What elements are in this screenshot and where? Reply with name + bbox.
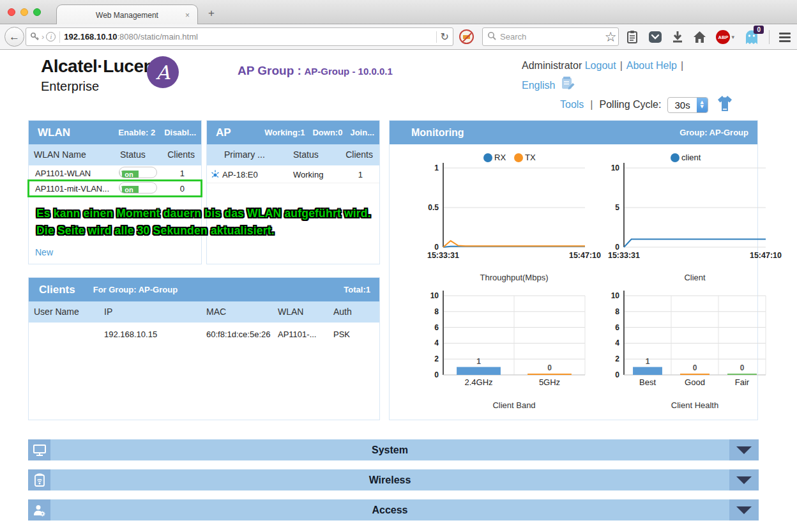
search-input[interactable] bbox=[500, 32, 602, 42]
svg-text:6: 6 bbox=[615, 323, 619, 332]
reload-icon[interactable]: ↻ bbox=[441, 31, 449, 43]
minimize-window-button[interactable] bbox=[20, 8, 28, 16]
url-host: 192.168.10.10 bbox=[64, 32, 117, 42]
new-wlan-link[interactable]: New bbox=[35, 247, 53, 257]
client-health-chart: 02468101Best0Good0FairClient Health bbox=[595, 280, 773, 411]
wlan-row-highlighted[interactable]: AP1101-mit-VLAN... on. 0 bbox=[29, 181, 201, 196]
ap-down-count: Down:0 bbox=[312, 128, 342, 137]
col-wlan-status: Status bbox=[120, 149, 146, 160]
svg-text:8: 8 bbox=[434, 307, 439, 316]
edit-language-icon[interactable] bbox=[560, 75, 575, 96]
col-ip: IP bbox=[104, 307, 112, 317]
monitoring-title: Monitoring bbox=[411, 127, 464, 139]
bookmark-star-icon[interactable]: ☆ bbox=[605, 31, 617, 43]
tab-close-icon[interactable]: × bbox=[185, 11, 190, 20]
section-wireless[interactable]: Wireless bbox=[28, 469, 759, 490]
svg-text:0.5: 0.5 bbox=[428, 203, 439, 212]
svg-text:0: 0 bbox=[434, 370, 439, 379]
ap-join-count: Join... bbox=[350, 128, 374, 137]
svg-text:2: 2 bbox=[434, 354, 439, 363]
tab-title: Web Management bbox=[96, 11, 158, 20]
svg-text:2.4GHz: 2.4GHz bbox=[464, 377, 492, 387]
browser-toolbar: ← › i 192.168.10.10:8080/static/main.htm… bbox=[0, 24, 797, 50]
wlan-panel: WLAN Enable: 2 Disabl... WLAN Name Statu… bbox=[28, 120, 202, 264]
username: Administrator bbox=[522, 60, 582, 71]
col-wlan: WLAN bbox=[278, 307, 303, 317]
client-row[interactable]: 192.168.10.15 60:f8:1d:ce:5e:26 AP1101-.… bbox=[29, 323, 379, 344]
polling-cycle-select[interactable]: 30s bbox=[667, 97, 708, 113]
brand-logo: Alcatel·Lucent Enterprise bbox=[41, 56, 160, 94]
help-link[interactable]: Help bbox=[656, 60, 677, 71]
chevron-down-icon bbox=[736, 446, 752, 454]
wlan-status-toggle[interactable]: on. bbox=[119, 167, 157, 178]
section-access[interactable]: Access bbox=[28, 499, 759, 521]
col-ap-primary: Primary ... bbox=[224, 149, 265, 160]
url-path: :8080/static/main.html bbox=[117, 32, 197, 42]
svg-text:15:47:10: 15:47:10 bbox=[750, 251, 782, 260]
search-icon bbox=[487, 31, 496, 43]
user-links: Administrator Logout|About Help| English bbox=[522, 57, 752, 96]
logout-link[interactable]: Logout bbox=[585, 60, 616, 71]
client-mac: 60:f8:1d:ce:5e:26 bbox=[206, 330, 270, 339]
svg-text:2: 2 bbox=[615, 354, 619, 363]
annotation-text: Es kann einen Moment dauern bis das WLAN… bbox=[36, 205, 371, 239]
svg-text:0: 0 bbox=[434, 243, 439, 252]
svg-text:15:33:31: 15:33:31 bbox=[427, 251, 459, 260]
wireless-icon bbox=[28, 469, 50, 490]
site-info-icon[interactable]: i bbox=[46, 32, 56, 42]
window-controls bbox=[8, 8, 41, 16]
col-ap-clients: Clients bbox=[345, 149, 373, 160]
back-button[interactable]: ← bbox=[4, 27, 24, 47]
page-title-label: AP Group : bbox=[238, 64, 301, 77]
section-wireless-expander[interactable] bbox=[729, 469, 759, 490]
pocket-icon[interactable] bbox=[648, 30, 662, 44]
new-tab-button[interactable]: + bbox=[208, 7, 215, 20]
plugin-blocked-icon[interactable] bbox=[459, 29, 474, 44]
ap-row[interactable]: AP-18:E0 Working 1 bbox=[207, 165, 379, 183]
wlan-status-toggle[interactable]: on. bbox=[119, 182, 157, 194]
ghostery-button[interactable]: 0 bbox=[744, 29, 759, 45]
annotation-line1: Es kann einen Moment dauern bis das WLAN… bbox=[36, 205, 371, 222]
monitoring-panel: Monitoring Group: AP-Group 00.51RXTX15:3… bbox=[389, 120, 758, 420]
wlan-row[interactable]: AP1101-WLAN on. 1 bbox=[29, 165, 201, 181]
adblock-plus-button[interactable]: ABP ▾ bbox=[716, 30, 734, 44]
wlan-clients-count: 1 bbox=[180, 169, 185, 178]
zoom-window-button[interactable] bbox=[33, 8, 41, 16]
clients-panel: Clients For Group: AP-Group Total:1 User… bbox=[28, 277, 380, 420]
downloads-icon[interactable] bbox=[672, 31, 683, 43]
bookmarks-list-icon[interactable] bbox=[626, 30, 639, 44]
col-mac: MAC bbox=[206, 307, 226, 317]
svg-text:TX: TX bbox=[525, 153, 536, 162]
close-window-button[interactable] bbox=[8, 8, 15, 16]
search-bar[interactable] bbox=[482, 27, 619, 46]
svg-text:6: 6 bbox=[434, 323, 439, 332]
url-bar[interactable]: › i 192.168.10.10:8080/static/main.html … bbox=[26, 27, 453, 46]
about-link[interactable]: About bbox=[626, 60, 653, 71]
browser-tab[interactable]: Web Management × bbox=[56, 4, 198, 25]
tshirt-icon[interactable] bbox=[715, 95, 735, 115]
page-title: AP Group : AP-Group - 10.0.0.1 bbox=[238, 64, 393, 78]
svg-text:Best: Best bbox=[639, 377, 656, 387]
home-icon[interactable] bbox=[693, 31, 706, 43]
select-spinner-icon[interactable] bbox=[697, 98, 708, 112]
monitoring-group: Group: AP-Group bbox=[679, 128, 748, 137]
client-auth: PSK bbox=[333, 330, 350, 339]
clients-column-headers: User Name IP MAC WLAN Auth bbox=[29, 301, 379, 323]
svg-text:0: 0 bbox=[615, 370, 619, 379]
section-system[interactable]: System bbox=[28, 439, 759, 460]
ghostery-badge: 0 bbox=[754, 26, 764, 34]
menu-icon[interactable] bbox=[779, 33, 791, 42]
browser-titlebar: Web Management × + bbox=[0, 0, 797, 24]
clients-group: For Group: AP-Group bbox=[93, 285, 178, 294]
section-access-expander[interactable] bbox=[729, 499, 759, 521]
svg-text:1: 1 bbox=[476, 357, 481, 366]
tools-link[interactable]: Tools bbox=[560, 99, 584, 110]
ap-title: AP bbox=[216, 126, 231, 139]
url-text[interactable]: 192.168.10.10:8080/static/main.html bbox=[64, 32, 198, 42]
svg-text:8: 8 bbox=[615, 307, 619, 316]
key-icon[interactable] bbox=[30, 32, 40, 42]
svg-text:0: 0 bbox=[740, 363, 745, 372]
section-system-expander[interactable] bbox=[729, 439, 759, 460]
section-system-label: System bbox=[50, 445, 729, 456]
language-link[interactable]: English bbox=[522, 77, 555, 94]
